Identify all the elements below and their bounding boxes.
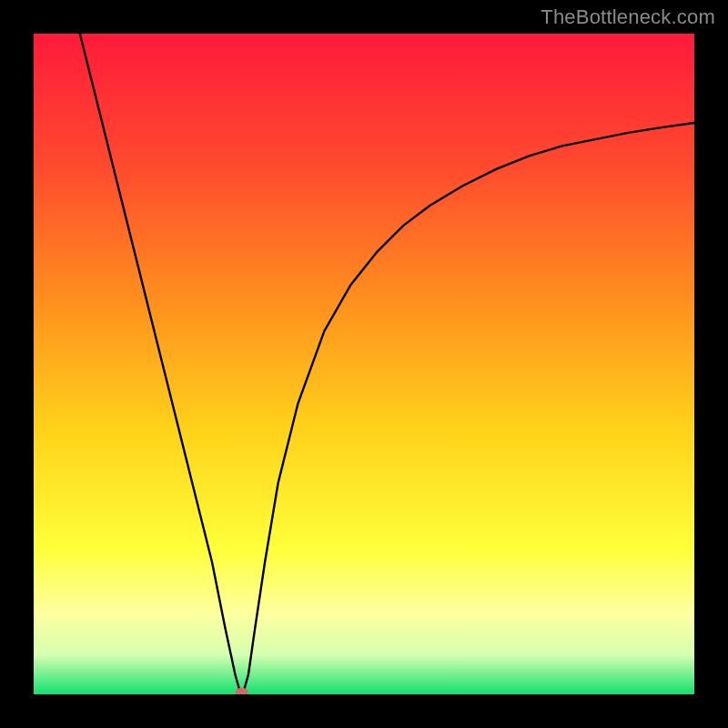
gradient-background bbox=[34, 34, 694, 694]
plot-area bbox=[34, 34, 694, 694]
watermark-text: TheBottleneck.com bbox=[541, 5, 715, 29]
chart-svg bbox=[34, 34, 694, 694]
chart-frame: TheBottleneck.com bbox=[0, 0, 728, 728]
